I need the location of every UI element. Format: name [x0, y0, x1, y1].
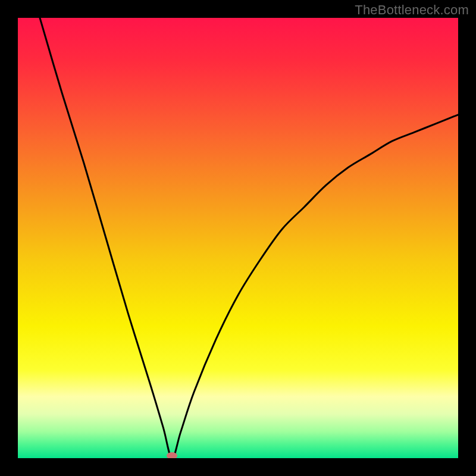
- chart-svg: [18, 18, 458, 458]
- plot-area: [18, 18, 458, 458]
- watermark-text: TheBottleneck.com: [355, 2, 469, 18]
- chart-frame: TheBottleneck.com: [0, 0, 476, 476]
- gradient-background: [18, 18, 458, 458]
